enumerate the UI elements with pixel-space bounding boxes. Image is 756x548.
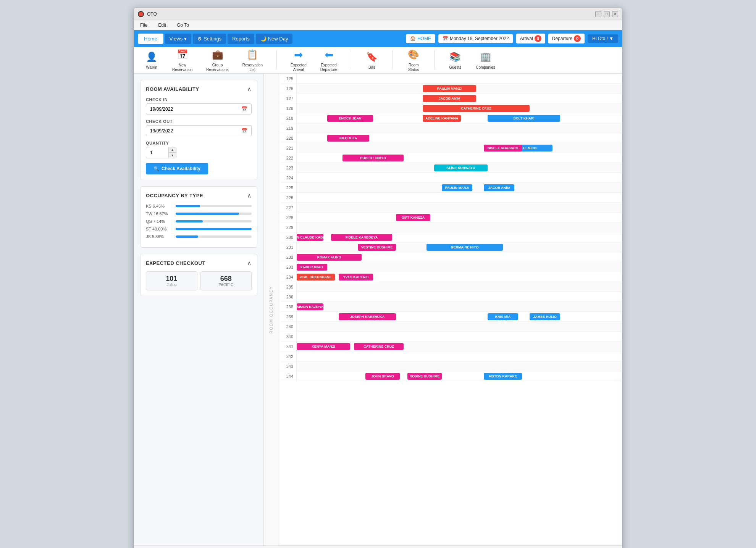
maximize-button[interactable]: □: [604, 11, 610, 17]
quantity-down[interactable]: ▼: [168, 153, 176, 158]
new-reservation-icon: 📅: [176, 48, 189, 61]
gantt-bar[interactable]: ADELINE KANYANA: [423, 115, 461, 122]
check-in-input[interactable]: 📅: [146, 103, 252, 114]
toolbar-reservation-list[interactable]: 📋 ReservationList: [239, 46, 266, 74]
gantt-row: [297, 74, 622, 84]
departure-badge: Departure 0: [548, 34, 585, 44]
nav-tab-newday[interactable]: 🌙 New Day: [256, 34, 293, 44]
gantt-bar[interactable]: VESTINE DUSHIME: [358, 244, 396, 251]
toolbar-walkin-label: Walkin: [146, 65, 157, 70]
quantity-value: 1: [146, 148, 168, 157]
gantt-scroll-area[interactable]: 1251261271282182192202212222232242252262…: [279, 74, 622, 545]
gantt-bar[interactable]: PAULIN MANZI: [442, 184, 472, 191]
gantt-bar[interactable]: ENOCK JEAN: [327, 115, 373, 122]
quantity-controls: ▲ ▼: [168, 147, 176, 158]
toolbar-walkin[interactable]: 👤 Walkin: [142, 48, 162, 71]
gantt-rows: PAULIN MANZIJACOB ANIMCATHERINE CRUZENOC…: [297, 74, 622, 381]
nav-tab-reports[interactable]: Reports: [228, 34, 254, 44]
gantt-bar[interactable]: KILO MIZA: [327, 135, 369, 142]
gantt-bar[interactable]: AIME DUKUNDANE: [297, 274, 335, 280]
room-number-cell: 342: [279, 351, 296, 361]
menu-edit[interactable]: Edit: [156, 22, 168, 29]
room-number-cell: 240: [279, 322, 296, 332]
gantt-bar[interactable]: KOMAZ ALINO: [297, 254, 362, 261]
toolbar-new-reservation[interactable]: 📅 NewReservation: [169, 46, 195, 74]
toolbar-guests[interactable]: 📚 Guests: [445, 48, 465, 71]
expected-checkout-toggle[interactable]: ∧: [247, 259, 252, 267]
check-out-calendar-icon[interactable]: 📅: [241, 128, 247, 134]
gantt-bar[interactable]: GISELE AGASARO: [484, 145, 522, 152]
close-button[interactable]: ✕: [612, 11, 618, 17]
gantt-bar[interactable]: YVES KARENZI: [339, 274, 373, 280]
gantt-row: KILO MIZA: [297, 133, 622, 143]
gantt-row: SIMON KAZURA: [297, 302, 622, 312]
gantt-bar[interactable]: JAMES HULIO: [530, 313, 560, 320]
gantt-row: [297, 322, 622, 332]
gantt-bar[interactable]: CATHERINE CRUZ: [354, 343, 404, 350]
room-availability-toggle[interactable]: ∧: [247, 85, 252, 93]
gantt-bar[interactable]: JACOB ANIM: [423, 95, 476, 102]
toolbar-room-status[interactable]: 🎨 RoomStatus: [404, 46, 423, 74]
gantt-bar[interactable]: KENYA MANZI: [297, 343, 350, 350]
room-number-cell: 238: [279, 302, 296, 312]
gantt-row: [297, 292, 622, 302]
quantity-up[interactable]: ▲: [168, 147, 176, 153]
nav-tab-home[interactable]: Home: [138, 34, 163, 44]
room-number-cell: 235: [279, 282, 296, 292]
gantt-bar[interactable]: KRIS MIA: [488, 313, 518, 320]
check-out-field[interactable]: [150, 128, 241, 134]
gantt-bar[interactable]: ALINE KUBWAYO: [434, 164, 488, 171]
room-availability-section: ROOM AVAILABILITY ∧ CHECK IN 📅 CHECK OUT…: [140, 80, 257, 180]
toolbar-expected-departure[interactable]: ⬅ ExpectedDeparture: [317, 46, 340, 74]
occupancy-bar-container: [176, 228, 252, 230]
gantt-bar[interactable]: FIDELE KAREGEYA: [331, 234, 392, 241]
user-menu[interactable]: Hi Oto ! ▼: [588, 34, 618, 43]
gantt-bar[interactable]: JOSEPH KABERUKA: [339, 313, 396, 320]
home-button[interactable]: 🏠 HOME: [406, 34, 435, 43]
gantt-bar[interactable]: GIFT KANEZA: [396, 214, 430, 221]
gantt-bar[interactable]: BOLT KHARI: [488, 115, 560, 122]
room-number-cell: 344: [279, 371, 296, 381]
toolbar: 👤 Walkin 📅 NewReservation 💼 GroupReserva…: [134, 47, 622, 74]
quantity-group: QUANTITY 1 ▲ ▼: [146, 141, 252, 158]
occupancy-toggle[interactable]: ∧: [247, 192, 252, 199]
gantt-bar[interactable]: JOHN BRAVO: [365, 373, 400, 380]
room-availability-title: ROOM AVAILABILITY: [146, 86, 199, 92]
expected-checkout-title: EXPECTED CHECKOUT: [146, 260, 205, 266]
gantt-bar[interactable]: FISTON KARAKE: [484, 373, 522, 380]
check-in-field[interactable]: [150, 106, 241, 112]
gantt-bar[interactable]: SIMON KAZURA: [297, 303, 323, 310]
quantity-stepper[interactable]: 1 ▲ ▼: [146, 147, 176, 158]
gantt-row: [297, 123, 622, 133]
gantt-bar[interactable]: JACOB ANIM: [484, 184, 514, 191]
toolbar-expected-arrival[interactable]: ➡ ExpectedArrival: [288, 46, 310, 74]
check-availability-button[interactable]: 🔍 Check Availability: [146, 163, 208, 174]
menu-file[interactable]: File: [138, 22, 150, 29]
room-number-cell: 228: [279, 213, 296, 222]
check-out-input[interactable]: 📅: [146, 125, 252, 136]
gantt-bar[interactable]: HUBERT NDIYO: [342, 155, 404, 161]
minimize-button[interactable]: ─: [595, 11, 601, 17]
gantt-bar[interactable]: XAVIER MART: [297, 264, 327, 271]
toolbar-companies[interactable]: 🏢 Companies: [473, 48, 498, 71]
room-number-cell: 222: [279, 153, 296, 163]
toolbar-expected-departure-label: ExpectedDeparture: [320, 63, 337, 72]
room-number-cell: 128: [279, 103, 296, 113]
gantt-bar[interactable]: JEAN CLAUDE KABERA: [297, 234, 323, 241]
toolbar-group-reservations[interactable]: 💼 GroupReservations: [203, 46, 231, 74]
check-in-calendar-icon[interactable]: 📅: [241, 106, 247, 112]
gantt-row: ALINE KUBWAYO: [297, 163, 622, 173]
toolbar-expected-arrival-label: ExpectedArrival: [291, 63, 307, 72]
toolbar-bills[interactable]: 🔖 Bills: [362, 48, 382, 71]
menu-goto[interactable]: Go To: [174, 22, 191, 29]
gantt-bar[interactable]: PAULIN MANZI: [423, 85, 476, 92]
gantt-bar[interactable]: GERMAINE NIYO: [426, 244, 503, 251]
occupancy-header: OCCUPANCY BY TYPE ∧: [146, 192, 252, 199]
gantt-bar[interactable]: ROSINE DUSHIME: [407, 373, 442, 380]
date-button[interactable]: 📅 Monday 19, September 2022: [438, 34, 513, 43]
nav-tab-views[interactable]: Views ▾: [165, 34, 191, 44]
gantt-row: PAULIN MANZIJACOB ANIM: [297, 183, 622, 193]
nav-tab-settings[interactable]: ⚙ Settings: [193, 34, 226, 44]
checkout-num: 101: [151, 275, 192, 283]
gantt-bar[interactable]: CATHERINE CRUZ: [423, 105, 530, 112]
